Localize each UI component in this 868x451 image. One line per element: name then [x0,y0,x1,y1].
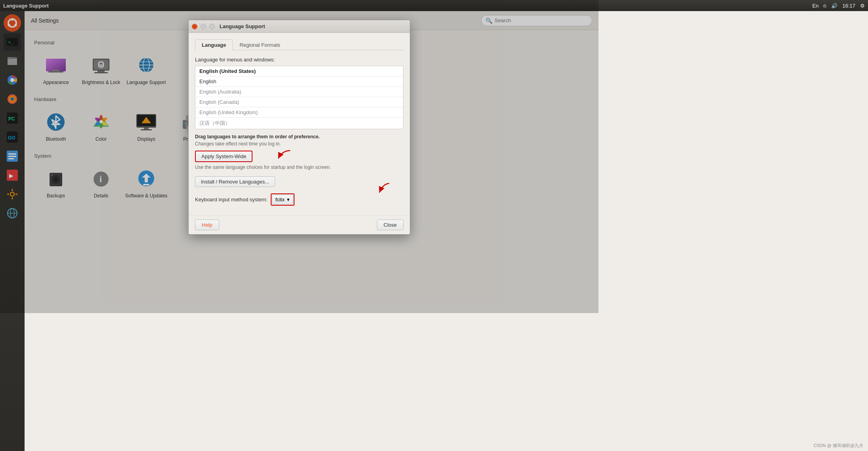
apply-hint: Use the same language choices for startu… [195,164,403,170]
apply-btn-wrap: Apply System-Wide [195,151,403,162]
lang-item-english-uk[interactable]: English (United Kingdom) [195,107,403,118]
dialog-maximize-button[interactable] [209,24,215,29]
keyboard-input-row: Keyboard input method system: fcitx ▾ [195,193,403,206]
keyboard-input-label: Keyboard input method system: [195,197,268,203]
tab-language[interactable]: Language [195,39,233,50]
help-button[interactable]: Help [195,220,219,230]
dropdown-arrow-icon: ▾ [287,197,290,203]
lang-item-chinese[interactable]: 汉语（中国） [195,118,403,129]
drag-hint: Drag languages to arrange them in order … [195,134,403,140]
dialog-titlebar: ✕ Language Support [189,20,410,33]
dialog-overlay: ✕ Language Support Language Regional For… [0,0,598,313]
lang-item-english[interactable]: English [195,76,403,87]
keyboard-value: fcitx [275,197,285,203]
install-remove-languages-button[interactable]: Install / Remove Languages... [195,176,275,187]
dialog-minimize-button[interactable] [201,24,206,29]
dialog-body: Language Regional Formats Language for m… [189,33,410,215]
dialog-footer: Help Close [189,215,410,234]
keyboard-select-wrap: fcitx ▾ [271,193,294,206]
lang-item-english-au[interactable]: English (Australia) [195,87,403,97]
dialog-close-button[interactable]: ✕ [192,24,197,29]
language-list: English (United States) English English … [195,66,403,129]
dialog-title: Language Support [220,23,265,29]
close-button[interactable]: Close [377,220,403,230]
arrow-annotation-keyboard [361,182,393,201]
drag-sub: Changes take effect next time you log in… [195,141,403,147]
lang-item-english-ca[interactable]: English (Canada) [195,97,403,107]
lang-section-title: Language for menus and windows: [195,57,403,63]
language-support-dialog: ✕ Language Support Language Regional For… [188,20,410,235]
tab-regional-formats[interactable]: Regional Formats [233,39,287,50]
dialog-tabs: Language Regional Formats [195,39,403,50]
arrow-annotation-apply [262,147,294,166]
lang-item-english-us[interactable]: English (United States) [195,66,403,76]
apply-system-wide-button[interactable]: Apply System-Wide [195,151,252,162]
keyboard-method-dropdown[interactable]: fcitx ▾ [272,195,293,204]
